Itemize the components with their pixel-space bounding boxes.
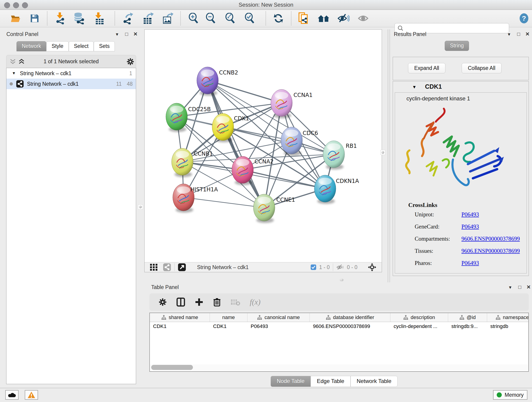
column-header-shared-name[interactable]: shared name bbox=[150, 313, 210, 322]
zoom-in-button[interactable] bbox=[187, 12, 200, 25]
network-row[interactable]: String Network – cdk1 11 48 bbox=[6, 79, 136, 89]
column-header-namespace[interactable]: namespace bbox=[487, 313, 529, 322]
crosslink-value-link[interactable]: P06493 bbox=[462, 223, 479, 230]
column-header--id[interactable]: @id bbox=[448, 313, 487, 322]
export-network-button[interactable] bbox=[122, 12, 135, 25]
network-edge-CCNB2-CCNA1[interactable] bbox=[208, 80, 282, 103]
birds-eye-view-icon[interactable] bbox=[178, 263, 186, 271]
network-edge-CCNA2-CDKN1A[interactable] bbox=[243, 170, 325, 189]
warnings-button[interactable] bbox=[25, 390, 38, 400]
network-node-CDK1[interactable] bbox=[212, 114, 234, 142]
crosslink-value-link[interactable]: P06493 bbox=[462, 260, 479, 266]
float-panel-icon[interactable]: ▼ bbox=[115, 32, 119, 37]
gear-icon[interactable] bbox=[127, 58, 134, 65]
tab-network-table[interactable]: Network Table bbox=[351, 376, 398, 387]
float-panel-icon[interactable]: ▼ bbox=[508, 285, 512, 290]
bottom-splitter-grip[interactable] bbox=[340, 279, 343, 281]
crosslink-value-link[interactable]: 9606.ENSP00000378699 bbox=[462, 236, 520, 242]
maximize-panel-icon[interactable]: □ bbox=[125, 31, 128, 37]
float-panel-icon[interactable]: ▼ bbox=[507, 32, 511, 37]
table-gear-icon[interactable] bbox=[158, 298, 167, 306]
crosslink-label: Uniprot: bbox=[415, 211, 462, 218]
network-share-view-icon[interactable] bbox=[163, 263, 171, 271]
collection-label: String Network – cdk1 bbox=[20, 70, 71, 77]
cloud-status-button[interactable] bbox=[5, 390, 19, 400]
main-toolbar: ? bbox=[0, 10, 532, 27]
tab-style[interactable]: Style bbox=[46, 41, 69, 51]
zoom-selected-button[interactable] bbox=[243, 12, 256, 25]
column-header-label: @id bbox=[467, 314, 476, 320]
collection-expand-arrow-icon[interactable]: ▼ bbox=[12, 71, 16, 76]
import-network-database-button[interactable] bbox=[72, 12, 86, 25]
collapse-all-button[interactable]: Collapse All bbox=[462, 63, 501, 73]
tab-edge-table[interactable]: Edge Table bbox=[311, 376, 351, 387]
help-button[interactable]: ? bbox=[517, 12, 531, 25]
network-node-CCNA2[interactable] bbox=[232, 156, 253, 185]
table-toolbar: f(x) bbox=[149, 293, 529, 311]
column-header-name[interactable]: name bbox=[210, 313, 247, 322]
close-panel-icon[interactable]: ✕ bbox=[526, 284, 531, 290]
network-node-RB1[interactable] bbox=[323, 141, 345, 170]
network-node-CCNB2[interactable] bbox=[197, 67, 218, 96]
maximize-panel-icon[interactable]: □ bbox=[517, 31, 520, 37]
apply-layout-button[interactable] bbox=[272, 12, 285, 25]
add-column-icon[interactable] bbox=[195, 298, 203, 306]
entry-name: CDK1 bbox=[425, 83, 442, 90]
import-network-file-button[interactable] bbox=[53, 12, 67, 25]
crosslinks-list: Uniprot:P06493GeneCard:P06493Compartment… bbox=[415, 211, 522, 272]
import-table-file-button[interactable] bbox=[92, 12, 106, 25]
save-session-button[interactable] bbox=[28, 12, 41, 25]
table-horizontal-scrollbar[interactable] bbox=[150, 364, 528, 370]
tab-sets[interactable]: Sets bbox=[94, 41, 115, 51]
selected-checkbox-icon[interactable] bbox=[310, 264, 317, 270]
svg-text:?: ? bbox=[522, 14, 526, 22]
select-columns-icon[interactable] bbox=[177, 298, 185, 307]
tab-network[interactable]: Network bbox=[17, 41, 46, 51]
zoom-out-button[interactable] bbox=[204, 12, 217, 25]
grid-view-icon[interactable] bbox=[150, 263, 158, 271]
show-all-button[interactable] bbox=[357, 12, 370, 25]
maximize-panel-icon[interactable]: □ bbox=[518, 284, 521, 290]
network-edge-CCNE1-HIST1H1A[interactable] bbox=[184, 197, 264, 208]
column-header-canonical-name[interactable]: canonical name bbox=[247, 313, 310, 322]
network-node-CDC25B[interactable] bbox=[166, 103, 187, 132]
crosslink-value-link[interactable]: 9606.ENSP00000378699 bbox=[462, 248, 520, 254]
entry-collapse-arrow-icon[interactable]: ▼ bbox=[412, 85, 417, 89]
expand-all-button[interactable]: Expand All bbox=[408, 63, 445, 73]
right-splitter-grip[interactable] bbox=[380, 150, 385, 155]
memory-button[interactable]: Memory bbox=[493, 390, 527, 400]
zoom-fit-button[interactable] bbox=[224, 12, 237, 25]
tab-select[interactable]: Select bbox=[69, 41, 94, 51]
network-node-CCNE1[interactable] bbox=[253, 194, 275, 223]
network-node-CDKN1A[interactable] bbox=[314, 175, 336, 204]
crosslink-value-link[interactable]: P06493 bbox=[462, 211, 479, 218]
network-share-icon bbox=[16, 80, 24, 88]
column-header-database-identifier[interactable]: database identifier bbox=[310, 313, 390, 322]
new-network-from-selection-button[interactable] bbox=[297, 12, 310, 25]
export-image-button[interactable] bbox=[161, 12, 175, 25]
close-panel-icon[interactable]: ✕ bbox=[133, 31, 138, 37]
node-label-CCNB1: CCNB1 bbox=[194, 151, 213, 157]
selected-counts-group: 1 - 0 bbox=[310, 264, 330, 270]
pan-crosshair-icon[interactable] bbox=[367, 263, 377, 272]
tab-node-table[interactable]: Node Table bbox=[271, 376, 311, 387]
node-table: shared namenamecanonical namedatabase id… bbox=[149, 313, 529, 372]
close-panel-icon[interactable]: ✕ bbox=[525, 31, 530, 37]
network-collection-row[interactable]: ▼ String Network – cdk1 1 bbox=[6, 68, 136, 79]
first-neighbors-button[interactable] bbox=[317, 12, 330, 25]
protein-structure-image bbox=[399, 104, 523, 196]
right-splitter[interactable] bbox=[388, 29, 390, 282]
open-session-button[interactable] bbox=[9, 12, 22, 25]
table-row[interactable]: CDK1CDK1P064939606.ENSP00000378699cyclin… bbox=[150, 322, 528, 331]
hide-selected-button[interactable] bbox=[337, 12, 350, 25]
left-splitter-grip[interactable] bbox=[138, 204, 143, 210]
scrollbar-thumb[interactable] bbox=[151, 365, 193, 370]
column-header-description[interactable]: description bbox=[390, 313, 448, 322]
network-canvas[interactable]: CCNB2CCNA1CDC25BCDK1CDC6RB1CCNB1CCNA2CDK… bbox=[145, 30, 382, 262]
network-node-CCNB1[interactable] bbox=[172, 148, 193, 177]
tab-string[interactable]: String bbox=[445, 41, 469, 51]
export-table-button[interactable] bbox=[142, 12, 155, 25]
delete-column-icon[interactable] bbox=[213, 298, 221, 307]
network-node-CCNA1[interactable] bbox=[271, 89, 292, 118]
column-header-label: shared name bbox=[169, 314, 198, 320]
